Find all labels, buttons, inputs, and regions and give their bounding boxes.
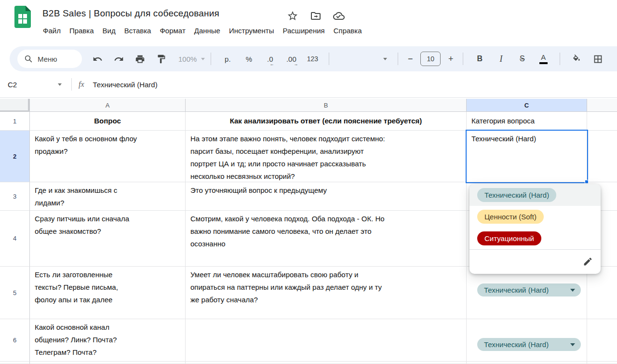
- menu-view[interactable]: Вид: [98, 25, 120, 36]
- menu-extensions[interactable]: Расширения: [279, 25, 329, 36]
- chip-label: Технический (Hard): [484, 284, 549, 297]
- menu-help[interactable]: Справка: [329, 25, 366, 36]
- borders-button[interactable]: [589, 50, 606, 67]
- dropdown-option-situational[interactable]: Ситуационный: [469, 228, 601, 249]
- chevron-down-icon: [570, 343, 575, 346]
- cell-B7[interactable]: [186, 362, 467, 364]
- cell-D1[interactable]: [587, 112, 617, 131]
- cell-A3[interactable]: Где и как знакомишься с лидами?: [30, 182, 186, 211]
- row-header-5[interactable]: 5: [0, 267, 30, 319]
- menu-tools[interactable]: Инструменты: [225, 25, 279, 36]
- search-label: Меню: [38, 55, 57, 63]
- menu-format[interactable]: Формат: [155, 25, 189, 36]
- italic-button[interactable]: I: [492, 54, 510, 64]
- fill-handle[interactable]: [585, 180, 589, 184]
- font-size-input[interactable]: 10: [420, 52, 441, 66]
- text-color-button[interactable]: A: [535, 54, 552, 64]
- cell-A7[interactable]: [30, 362, 186, 364]
- dropdown-option-values[interactable]: Ценности (Soft): [469, 206, 601, 228]
- cloud-saved-icon[interactable]: [333, 10, 345, 22]
- redo-button[interactable]: [110, 50, 127, 67]
- formula-bar: C2 fx Технический (Hard): [0, 71, 617, 98]
- dropdown-option-technical[interactable]: Технический (Hard): [469, 184, 601, 206]
- cell-B6[interactable]: [186, 319, 467, 362]
- document-title[interactable]: B2B Sales | Вопросы для собеседования: [42, 8, 219, 19]
- cell-D5[interactable]: [587, 267, 617, 319]
- cell-C2-selected[interactable]: Технический (Hard): [467, 131, 587, 182]
- cell-D7[interactable]: [587, 362, 617, 364]
- cell-A5[interactable]: Есть ли заготовленные тексты? Первые пис…: [30, 267, 186, 319]
- column-header-c[interactable]: C: [467, 99, 587, 112]
- cell-reference: C2: [8, 81, 17, 89]
- fx-icon: fx: [79, 80, 84, 89]
- row-header-2[interactable]: 2: [0, 131, 30, 182]
- strikethrough-button[interactable]: S: [513, 54, 531, 63]
- row-header-6[interactable]: 6: [0, 319, 30, 362]
- cell-D6[interactable]: [587, 319, 617, 362]
- option-chip-situational: Ситуационный: [477, 231, 541, 245]
- cell-B2[interactable]: На этом этапе важно понять, человек подх…: [186, 131, 467, 182]
- redo-icon: [114, 54, 124, 64]
- decrease-font-size-button[interactable]: −: [404, 54, 416, 64]
- cell-A1[interactable]: Вопрос: [30, 112, 186, 131]
- increase-decimal-button[interactable]: .00→: [282, 55, 300, 63]
- star-icon[interactable]: [286, 10, 299, 22]
- print-icon: [135, 54, 145, 64]
- category-chip[interactable]: Технический (Hard): [477, 338, 581, 351]
- sheets-logo[interactable]: [14, 6, 31, 28]
- formula-input[interactable]: Технический (Hard): [93, 81, 158, 89]
- cell-A4[interactable]: Сразу питчишь или сначала общее знакомст…: [30, 211, 186, 267]
- menu-file[interactable]: Файл: [39, 25, 65, 36]
- chip-label: Технический (Hard): [484, 338, 549, 351]
- cell-B4[interactable]: Смотрим, какой у человека подход. Оба по…: [186, 211, 467, 267]
- cell-C7[interactable]: [467, 362, 587, 364]
- zoom-control[interactable]: 100%: [178, 55, 205, 63]
- paint-format-icon: [156, 54, 166, 64]
- cell-C1[interactable]: Категория вопроса: [467, 112, 587, 131]
- row-header-4[interactable]: 4: [0, 211, 30, 267]
- paint-format-button[interactable]: [152, 50, 170, 67]
- category-chip[interactable]: Технический (Hard): [477, 283, 581, 297]
- fill-color-button[interactable]: [568, 54, 585, 63]
- cell-C5[interactable]: Технический (Hard): [467, 267, 587, 319]
- menu-edit[interactable]: Правка: [65, 25, 98, 36]
- cell-D2[interactable]: [587, 131, 617, 182]
- cell-B1[interactable]: Как анализировать ответ (если пояснение …: [186, 112, 467, 131]
- search-icon: [24, 54, 33, 63]
- row-header-7[interactable]: [0, 362, 30, 364]
- edit-pencil-icon[interactable]: [583, 256, 593, 267]
- format-percent-button[interactable]: %: [240, 55, 257, 63]
- number-format-button[interactable]: 123: [304, 55, 321, 63]
- print-button[interactable]: [131, 50, 148, 67]
- font-family-dropdown[interactable]: [335, 58, 392, 60]
- column-header-b[interactable]: B: [186, 99, 467, 112]
- dropdown-options-panel: Технический (Hard) Ценности (Soft) Ситуа…: [469, 184, 601, 274]
- move-folder-icon[interactable]: [309, 10, 322, 22]
- bold-button[interactable]: B: [471, 54, 488, 63]
- dropdown-panel-footer: [469, 249, 601, 273]
- increase-font-size-button[interactable]: +: [444, 54, 457, 64]
- decrease-decimal-button[interactable]: .0←: [261, 55, 279, 63]
- search-menus-button[interactable]: Меню: [17, 50, 82, 68]
- column-header-a[interactable]: A: [30, 99, 186, 112]
- menu-insert[interactable]: Вставка: [120, 25, 156, 36]
- menu-data[interactable]: Данные: [190, 25, 225, 36]
- arrow-right-icon: →: [294, 62, 298, 67]
- cell-B5[interactable]: Умеет ли человек масштабировать свою раб…: [186, 267, 467, 319]
- cell-A2[interactable]: Какой у тебя в основном флоу продажи?: [30, 131, 186, 182]
- cell-C6[interactable]: Технический (Hard): [467, 319, 587, 362]
- select-all-corner[interactable]: [0, 99, 30, 112]
- row-header-3[interactable]: 3: [0, 182, 30, 211]
- format-currency-button[interactable]: р.: [219, 55, 236, 63]
- chevron-down-icon: [58, 83, 62, 86]
- column-header-d[interactable]: [587, 99, 617, 112]
- fill-color-icon: [572, 54, 581, 63]
- cell-B3[interactable]: Это уточняющий вопрос к предыдущему: [186, 182, 467, 211]
- name-box[interactable]: C2: [8, 81, 62, 89]
- zoom-value: 100%: [178, 55, 197, 63]
- google-sheets-app: B2B Sales | Вопросы для собеседования Фа…: [0, 0, 617, 364]
- row-header-1[interactable]: 1: [0, 112, 30, 131]
- undo-button[interactable]: [89, 50, 106, 67]
- option-chip-values: Ценности (Soft): [477, 210, 544, 224]
- cell-A6[interactable]: Какой основной канал общения? Линк? Почт…: [30, 319, 186, 362]
